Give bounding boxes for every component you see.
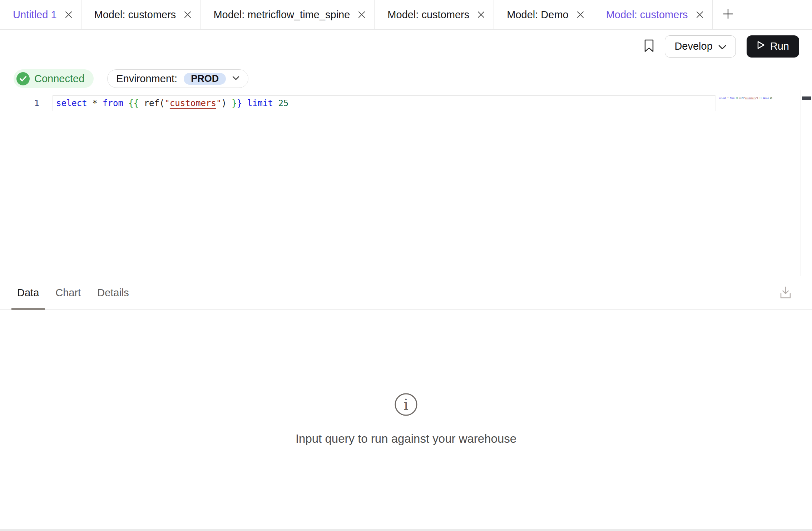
- results-tab-label: Chart: [55, 287, 81, 299]
- line-number: 1: [25, 95, 39, 111]
- tab-close-icon[interactable]: [357, 10, 366, 19]
- code-token: [98, 98, 103, 108]
- code-token: from: [730, 97, 734, 99]
- connected-label: Connected: [34, 73, 84, 85]
- code-token: limit: [763, 97, 769, 99]
- tab-label: Model: Demo: [507, 9, 568, 21]
- bookmark-icon: [644, 39, 654, 54]
- code-token: customers: [745, 97, 756, 99]
- results-right-border: [811, 276, 811, 528]
- editor-minimap: select * from {{ ref("customers") }} lim…: [719, 96, 772, 100]
- code-token: ref(: [144, 98, 165, 108]
- code-token: 25: [278, 98, 288, 108]
- tab-label: Model: customers: [387, 9, 469, 21]
- tab-label: Model: customers: [606, 9, 688, 21]
- tab-close-icon[interactable]: [695, 10, 704, 19]
- code-token: [242, 98, 247, 108]
- run-button[interactable]: Run: [747, 35, 799, 58]
- results-tab-label: Data: [17, 287, 39, 299]
- code-token: {{: [736, 97, 738, 99]
- code-token: }: [237, 98, 242, 108]
- code-token: [227, 98, 232, 108]
- dbt-ide-app: Untitled 1Model: customersModel: metricf…: [0, 0, 812, 531]
- code-token: *: [92, 98, 97, 108]
- environment-label: Environment:: [116, 73, 177, 85]
- status-row: Connected Environment: PROD: [14, 69, 812, 88]
- code-token: }: [232, 98, 237, 108]
- code-token: ): [221, 98, 226, 108]
- chevron-down-icon: [232, 75, 239, 82]
- info-icon: i: [394, 393, 418, 418]
- results-tab-bar: DataChartDetails: [0, 276, 812, 310]
- editor-tab-bar: Untitled 1Model: customersModel: metricf…: [0, 0, 812, 30]
- svg-text:i: i: [403, 396, 408, 413]
- code-token: 25: [770, 97, 772, 99]
- code-token: ": [164, 98, 169, 108]
- connected-badge: Connected: [14, 69, 94, 88]
- editor-scrollbar-thumb[interactable]: [802, 96, 811, 100]
- tab-close-icon[interactable]: [183, 10, 192, 19]
- results-tab-details[interactable]: Details: [91, 276, 135, 309]
- bookmark-button[interactable]: [644, 39, 654, 54]
- code-token: customers: [170, 98, 216, 108]
- editor-scrollbar-track: [801, 90, 801, 276]
- code-token: {{: [128, 98, 139, 108]
- run-button-label: Run: [770, 40, 789, 52]
- tab-label: Model: customers: [94, 9, 176, 21]
- code-line[interactable]: select * from {{ ref("customers") }} lim…: [56, 95, 288, 111]
- results-panel: DataChartDetails i Input query to run ag…: [0, 276, 812, 528]
- check-circle-icon: [16, 72, 30, 85]
- code-token: [273, 98, 278, 108]
- editor-tab-2[interactable]: Model: metricflow_time_spine: [200, 0, 375, 29]
- download-icon: [779, 286, 792, 300]
- chevron-down-icon: [718, 40, 726, 52]
- code-token: [123, 98, 128, 108]
- editor-tab-4[interactable]: Model: Demo: [494, 0, 593, 29]
- bottom-bar: [0, 529, 812, 531]
- toolbar: Develop Run: [0, 30, 812, 63]
- editor-tab-1[interactable]: Model: customers: [81, 0, 201, 29]
- develop-button[interactable]: Develop: [665, 35, 736, 58]
- code-token: select: [56, 98, 87, 108]
- tab-close-icon[interactable]: [576, 10, 585, 19]
- code-token: ref(: [739, 97, 744, 99]
- results-tab-chart[interactable]: Chart: [50, 276, 86, 309]
- tab-close-icon[interactable]: [64, 10, 73, 19]
- empty-state-message: Input query to run against your warehous…: [296, 432, 516, 446]
- code-token: [139, 98, 144, 108]
- editor-tab-3[interactable]: Model: customers: [375, 0, 494, 29]
- active-tab-underline: [11, 308, 45, 310]
- editor-tab-0[interactable]: Untitled 1: [0, 0, 81, 29]
- environment-value-badge: PROD: [184, 73, 226, 85]
- results-tab-label: Details: [97, 287, 129, 299]
- play-icon: [757, 40, 765, 52]
- tab-label: Untitled 1: [13, 9, 57, 21]
- plus-icon: [722, 8, 734, 22]
- code-token: from: [103, 98, 123, 108]
- sql-editor[interactable]: 1 select * from {{ ref("customers") }} l…: [0, 88, 812, 276]
- new-tab-button[interactable]: [713, 0, 743, 29]
- results-tab-data[interactable]: Data: [11, 276, 45, 309]
- tab-close-icon[interactable]: [476, 10, 486, 19]
- code-token: ": [216, 98, 221, 108]
- download-results-button[interactable]: [779, 286, 792, 300]
- develop-button-label: Develop: [674, 40, 712, 52]
- code-token: limit: [247, 98, 273, 108]
- editor-tab-5[interactable]: Model: customers: [593, 0, 713, 29]
- code-token: [87, 98, 92, 108]
- tab-label: Model: metricflow_time_spine: [213, 9, 350, 21]
- environment-selector[interactable]: Environment: PROD: [107, 69, 248, 88]
- empty-state: i Input query to run against your wareho…: [0, 310, 812, 528]
- code-token: select: [719, 97, 726, 99]
